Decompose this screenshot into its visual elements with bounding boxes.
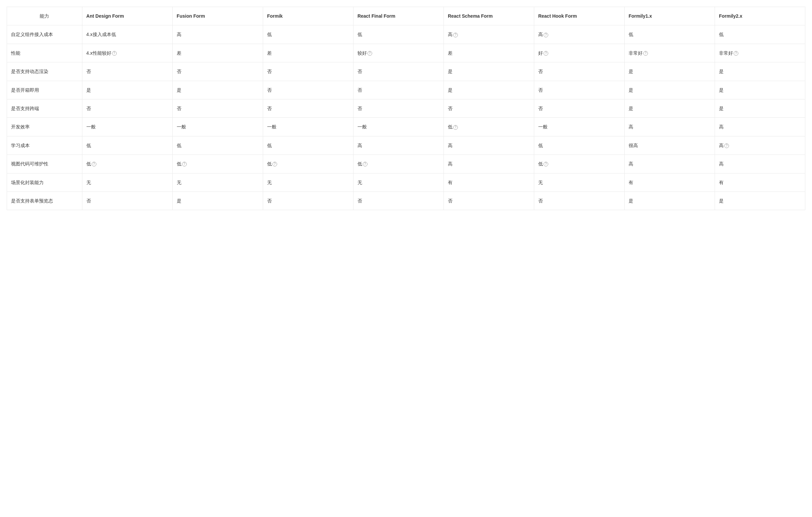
cell-formily1: 是: [624, 192, 715, 210]
header-formily2: Formily2.x: [715, 7, 805, 25]
cell-ant-design: 4.x接入成本低: [82, 25, 172, 44]
cell-feature: 是否开箱即用: [7, 81, 82, 99]
cell-formily2-value: 高: [719, 124, 724, 130]
cell-react-schema: 高?: [443, 25, 534, 44]
cell-formik-value: 无: [267, 180, 272, 185]
cell-formily2: 高?: [715, 136, 805, 154]
table-row: 是否开箱即用是是否否是否是是: [7, 81, 805, 99]
cell-formily1: 低: [624, 25, 715, 44]
cell-fusion: 是: [172, 192, 263, 210]
cell-react-schema: 否: [443, 99, 534, 117]
cell-react-final-value: 否: [357, 87, 362, 93]
cell-fusion-value: 差: [177, 50, 181, 56]
cell-react-final-value: 高: [357, 143, 362, 148]
info-icon[interactable]: ?: [112, 51, 117, 56]
cell-formily2: 有: [715, 173, 805, 192]
cell-formily1: 高: [624, 118, 715, 136]
cell-fusion: 是: [172, 81, 263, 99]
cell-ant-design-value: 4.x性能较好: [86, 50, 111, 56]
cell-react-hook: 无: [534, 173, 624, 192]
cell-fusion-value: 低: [177, 161, 181, 167]
info-icon[interactable]: ?: [363, 162, 368, 167]
cell-react-final-value: 否: [357, 69, 362, 74]
cell-ant-design-value: 否: [86, 198, 91, 203]
info-icon[interactable]: ?: [272, 162, 277, 167]
cell-react-final: 否: [353, 99, 443, 117]
cell-react-schema-value: 高: [448, 143, 453, 148]
cell-formik-value: 否: [267, 87, 272, 93]
cell-react-schema: 是: [443, 62, 534, 81]
table-row: 是否支持动态渲染否否否否是否是是: [7, 62, 805, 81]
cell-ant-design: 低?: [82, 155, 172, 173]
cell-ant-design: 无: [82, 173, 172, 192]
cell-react-schema: 高: [443, 136, 534, 154]
cell-formily1-value: 很高: [629, 143, 638, 148]
cell-formik-value: 否: [267, 106, 272, 111]
info-icon[interactable]: ?: [453, 33, 458, 37]
cell-feature: 开发效率: [7, 118, 82, 136]
cell-fusion-value: 否: [177, 106, 181, 111]
cell-feature: 性能: [7, 44, 82, 62]
cell-react-hook: 高?: [534, 25, 624, 44]
cell-formik: 否: [263, 192, 353, 210]
cell-react-schema: 否: [443, 192, 534, 210]
cell-react-schema-value: 是: [448, 69, 453, 74]
comparison-table-container: 能力 Ant Design Form Fusion Form Formik Re…: [7, 7, 805, 210]
cell-react-final: 较好?: [353, 44, 443, 62]
cell-react-hook: 好?: [534, 44, 624, 62]
table-row: 自定义组件接入成本4.x接入成本低高低低高?高?低低: [7, 25, 805, 44]
cell-fusion-value: 一般: [177, 124, 186, 130]
cell-react-final: 低: [353, 25, 443, 44]
cell-formily2-value: 有: [719, 180, 724, 185]
info-icon[interactable]: ?: [643, 51, 648, 56]
cell-fusion: 一般: [172, 118, 263, 136]
cell-react-hook-value: 高: [538, 32, 543, 37]
info-icon[interactable]: ?: [734, 51, 738, 56]
info-icon[interactable]: ?: [92, 162, 96, 167]
cell-formily1: 是: [624, 81, 715, 99]
cell-formik: 差: [263, 44, 353, 62]
cell-formily2-value: 低: [719, 32, 724, 37]
cell-react-hook: 一般: [534, 118, 624, 136]
cell-fusion: 高: [172, 25, 263, 44]
cell-feature: 视图代码可维护性: [7, 155, 82, 173]
cell-ant-design: 低: [82, 136, 172, 154]
cell-ant-design-value: 是: [86, 87, 91, 93]
header-ant-design: Ant Design Form: [82, 7, 172, 25]
cell-ant-design: 是: [82, 81, 172, 99]
cell-feature: 场景化封装能力: [7, 173, 82, 192]
info-icon[interactable]: ?: [544, 162, 548, 167]
cell-formily1-value: 是: [629, 106, 633, 111]
cell-react-final: 否: [353, 62, 443, 81]
info-icon[interactable]: ?: [368, 51, 372, 56]
cell-ant-design: 否: [82, 99, 172, 117]
cell-ant-design: 一般: [82, 118, 172, 136]
cell-formik: 低?: [263, 155, 353, 173]
cell-react-schema: 是: [443, 81, 534, 99]
cell-fusion-value: 否: [177, 69, 181, 74]
cell-formily2-value: 非常好: [719, 50, 733, 56]
cell-react-hook: 低?: [534, 155, 624, 173]
cell-formik-value: 一般: [267, 124, 277, 130]
cell-react-hook: 低: [534, 136, 624, 154]
info-icon[interactable]: ?: [453, 125, 458, 130]
info-icon[interactable]: ?: [724, 143, 729, 148]
cell-react-final-value: 低: [357, 32, 362, 37]
cell-fusion-value: 无: [177, 180, 181, 185]
cell-formily2: 是: [715, 62, 805, 81]
cell-react-final-value: 较好: [357, 50, 367, 56]
comparison-table: 能力 Ant Design Form Fusion Form Formik Re…: [7, 7, 805, 210]
cell-react-schema: 差: [443, 44, 534, 62]
header-fusion: Fusion Form: [172, 7, 263, 25]
header-formik: Formik: [263, 7, 353, 25]
info-icon[interactable]: ?: [182, 162, 187, 167]
cell-react-final-value: 无: [357, 180, 362, 185]
cell-ant-design-value: 一般: [86, 124, 96, 130]
cell-formik: 低: [263, 25, 353, 44]
cell-formily2-value: 是: [719, 106, 724, 111]
header-formily1: Formily1.x: [624, 7, 715, 25]
table-row: 学习成本低低低高高低很高高?: [7, 136, 805, 154]
info-icon[interactable]: ?: [544, 51, 548, 56]
info-icon[interactable]: ?: [544, 33, 548, 37]
cell-react-hook-value: 否: [538, 198, 543, 203]
